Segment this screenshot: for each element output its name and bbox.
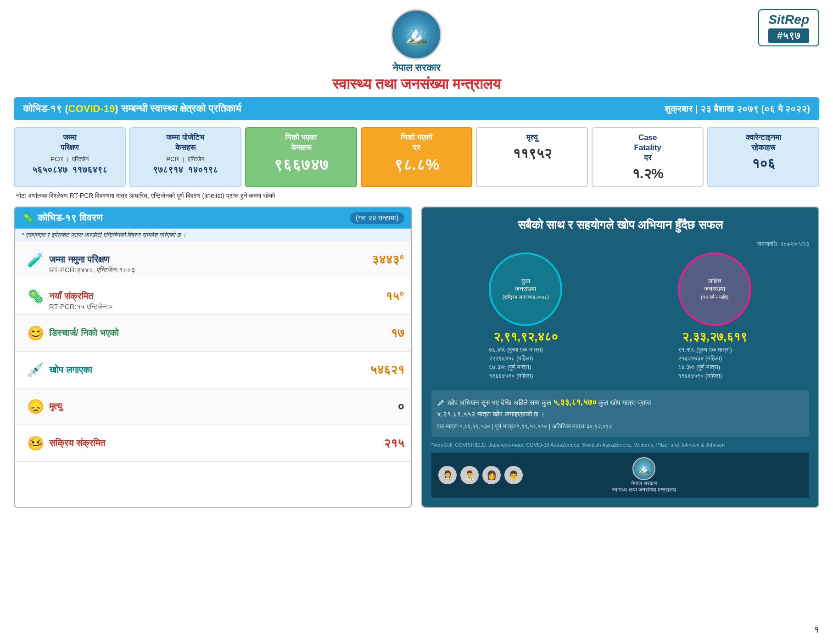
circles-row: कुलजनसंख्या(राष्ट्रिय जनगणना २०७८) २,९१,… [431, 252, 810, 381]
covid-banner: कोभिड-१९ (COVID-19) सम्बन्धी स्वास्थ्य क… [14, 97, 819, 120]
footer-logo: 🏔️ [632, 457, 655, 480]
quarantine-value: १०६ [712, 156, 815, 172]
circle-total-stats: ७६.४% (पुरुष एक मात्रा) २२२९६४५८ (महिला)… [489, 346, 562, 380]
left-panel-subtitle: (गत २४ घन्टामा) [350, 212, 404, 224]
circle-target-label: लक्षितजनसंख्या(१२ वर्ष र माथि) [701, 277, 729, 300]
circle-target-text: लक्षितजनसंख्या(१२ वर्ष र माथि) [701, 277, 729, 300]
stat-case-fatality: CaseFatalityदर १.२% [592, 127, 704, 187]
stat-recovered: निको भएकाकेसहरू ९६६७४७ [245, 127, 357, 187]
right-panel: सबैको साथ र सहयोगले खोप अभियान हुँदैछ सफ… [421, 207, 820, 507]
right-panel-title: सबैको साथ र सहयोगले खोप अभियान हुँदैछ सफ… [431, 217, 810, 233]
teal-circle: कुलजनसंख्या(राष्ट्रिय जनगणना २०७८) [489, 252, 562, 326]
ts-row-1: ९१.१% (पुरुष एक मात्रा) [678, 346, 751, 353]
divider: | [67, 156, 68, 163]
discharged-value: १७ [349, 326, 404, 340]
stat-title-fatality: CaseFatalityदर [596, 133, 699, 163]
covid-banner-right: शुक्रबार | २३ बैशाख २०७९ (०६ मे २०२२) [665, 104, 810, 114]
stat-title-total-test: जम्मापरिक्षण [18, 133, 121, 153]
stats-row: जम्मापरिक्षण PCR | एन्टिजेन ५६५०८४७ ११७६… [14, 127, 819, 187]
ts-row-2: २१३२४४३४ (महिला) [678, 355, 751, 362]
infected-sub: RT-PCR:१५ एन्टिजेन:० [49, 302, 113, 311]
stat-pcr-label: PCR [51, 156, 63, 163]
pcr-value: ५६५०८४७ [32, 165, 67, 175]
vaccine-text-1: 💉 खोप अभियान सुरु भए देखि अहिले सम्म कुल… [437, 396, 804, 409]
recovery-rate-value: ९८.८% [365, 156, 468, 174]
cs-row-2: २२२९६४५८ (महिला) [489, 355, 562, 362]
vaccinated-value: ५४६२१ [349, 363, 404, 377]
virus-icon: 🦠 [22, 212, 34, 224]
circle-total-text: कुलजनसंख्या(राष्ट्रिय जनगणना २०७८) [503, 277, 549, 300]
detail-row-discharged: 😊 डिस्चार्ज/ निको भएको १७ [15, 315, 411, 352]
circle-total-pop: कुलजनसंख्या(राष्ट्रिय जनगणना २०७८) २,९१,… [489, 252, 562, 381]
right-panel-date: समयावधि: २०७९/०१/२३ [431, 241, 810, 248]
sitrep-number: #५९७ [768, 28, 809, 43]
active-label: सक्रिय संक्रमित [49, 438, 349, 448]
ts-row-3: ८४.३% (पूर्ण मात्रा) [678, 364, 751, 371]
avatar-2: 👨‍⚕️ [460, 466, 479, 484]
sitrep-label: SitRep [768, 12, 809, 27]
avatar-4: 👨 [504, 466, 523, 484]
deaths-today-value: ० [349, 399, 404, 414]
left-panel: 🦠 कोभिड-१९ विवरण (गत २४ घन्टामा) * एसएमए… [14, 207, 412, 507]
covid-en-label: COVID-19 [68, 103, 115, 114]
active-value: २१५ [349, 436, 404, 450]
header-center: 🏔️ नेपाल सरकार स्वास्थ्य तथा जनसंख्या मन… [332, 9, 501, 93]
footer-logos: 👩‍⚕️ 👨‍⚕️ 👩 👨 [438, 466, 523, 484]
circle-target-value: २,३३,२७,६१९ [678, 330, 751, 344]
sitrep-box: SitRep #५९७ [758, 9, 819, 46]
nepal-sarkar-label: नेपाल सरकार [392, 62, 441, 74]
stat-title-recovered: निको भएकाकेसहरू [250, 133, 352, 153]
page: 🏔️ नेपाल सरकार स्वास्थ्य तथा जनसंख्या मन… [0, 0, 833, 644]
avatar-3: 👩 [482, 466, 501, 484]
stat-values-total-test: ५६५०८४७ ११७६४९८ [18, 165, 121, 175]
vaccine-detail: ४,२१,८९,५५२ मात्रा खोप लगाइएछको छ । [437, 409, 804, 420]
recovered-value: ९६६७४७ [250, 156, 352, 174]
circle-total-value: २,९१,९२,४८० [489, 330, 562, 344]
samples-value: ३४४३° [349, 252, 404, 267]
positive-antigen-value: १४०१९८ [188, 165, 218, 175]
left-panel-header: 🦠 कोभिड-१९ विवरण (गत २४ घन्टामा) [15, 207, 411, 229]
stat-sub-positive: PCR | एन्टिजेन [134, 156, 237, 163]
note-text: नोट: वर्णात्मक विश्लेषण RT-PCR विवरणमा म… [14, 192, 819, 200]
vaccine-section: 💉 खोप अभियान सुरु भए देखि अहिले सम्म कुल… [431, 390, 810, 437]
samples-sub: RT-PCR:२४४०, एन्टिजेन:१००३ [49, 266, 135, 274]
cs-row-1: ७६.४% (पुरुष एक मात्रा) [489, 346, 562, 353]
stat-title-positive: जम्मा पोजेटिभकेसहरू [134, 133, 237, 153]
covid-banner-left: कोभिड-१९ (COVID-19) सम्बन्धी स्वास्थ्य क… [23, 103, 241, 115]
left-panel-title: 🦠 कोभिड-१९ विवरण [22, 212, 102, 224]
samples-label: जम्मा नमुना परिक्षण [49, 254, 349, 265]
ministry-title: स्वास्थ्य तथा जनसंख्या मन्त्रालय [332, 76, 501, 93]
active-icon: 🤒 [22, 435, 49, 451]
stat-sub-total-test: PCR | एन्टिजेन [18, 156, 121, 163]
detail-row-samples: 🧪 जम्मा नमुना परिक्षण RT-PCR:२४४०, एन्टि… [15, 241, 411, 278]
page-number: १ [814, 624, 819, 635]
vaccinated-label: खोप लगाएका [49, 364, 349, 375]
deaths-label: मृत्यु [49, 401, 349, 412]
detail-row-active: 🤒 सक्रिय संक्रमित २१५ [15, 425, 411, 462]
case-fatality-value: १.२% [596, 166, 699, 182]
samples-icon: 🧪 [22, 252, 49, 268]
circle-total-label: कुलजनसंख्या(राष्ट्रिय जनगणना २०७८) [503, 277, 549, 300]
positive-pcr-value: ९७८९१४ [153, 165, 183, 175]
positive-pcr-label: PCR [166, 156, 179, 163]
left-panel-note: * एसएमएस र इमेलबाट प्राप्त आरडीटी एन्टिज… [15, 229, 411, 241]
main-content: 🦠 कोभिड-१९ विवरण (गत २४ घन्टामा) * एसएमए… [14, 207, 819, 507]
stat-antigen-label: एन्टिजेन [72, 156, 89, 163]
avatar-1: 👩‍⚕️ [438, 466, 457, 484]
left-panel-title-text: कोभिड-१९ विवरण [38, 212, 102, 224]
detail-row-deaths: 😞 मृत्यु ० [15, 388, 411, 425]
cs-row-3: ६७.३% (पूर्ण मात्रा) [489, 364, 562, 371]
stat-recovery-rate: निको भएकोदर ९८.८% [361, 127, 473, 187]
footer-ministry-text: नेपाल सरकारस्वास्थ्य तथा जनसंख्या मन्त्र… [612, 480, 676, 493]
stat-title-deaths: मृत्यु [481, 133, 583, 143]
footer-center: 🏔️ नेपाल सरकारस्वास्थ्य तथा जनसंख्या मन्… [612, 457, 676, 493]
cs-row-4: १९६६४५९० (महिला) [489, 372, 562, 380]
circle-target-stats: ९१.१% (पुरुष एक मात्रा) २१३२४४३४ (महिला)… [678, 346, 751, 380]
stat-deaths: मृत्यु ११९५२ [476, 127, 588, 187]
stat-total-positive: जम्मा पोजेटिभकेसहरू PCR | एन्टिजेन ९७८९१… [129, 127, 241, 187]
vaccinated-icon: 💉 [22, 362, 49, 378]
ts-row-4: १९६६४५९० (महिला) [678, 372, 751, 380]
deaths-value: ११९५२ [481, 146, 583, 162]
deaths-icon: 😞 [22, 398, 49, 414]
stat-values-positive: ९७८९१४ १४०१९८ [134, 165, 237, 175]
